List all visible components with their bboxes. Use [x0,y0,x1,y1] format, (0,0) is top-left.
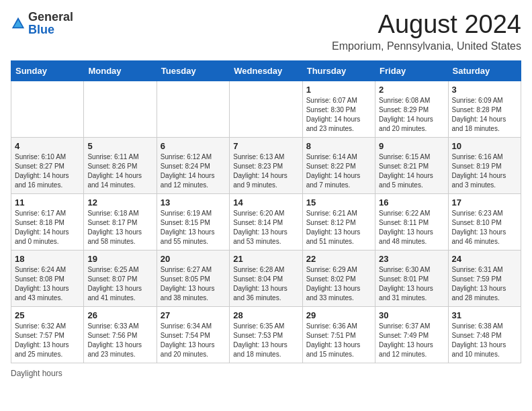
day-info: Sunrise: 6:34 AM Sunset: 7:54 PM Dayligh… [161,322,226,359]
calendar-cell: 15Sunrise: 6:21 AM Sunset: 8:12 PM Dayli… [302,193,375,250]
day-number: 29 [306,310,371,320]
day-info: Sunrise: 6:14 AM Sunset: 8:22 PM Dayligh… [306,152,371,190]
day-number: 10 [452,141,517,151]
day-number: 11 [15,197,80,208]
day-info: Sunrise: 6:37 AM Sunset: 7:49 PM Dayligh… [379,322,444,359]
calendar-header-sunday: Sunday [11,60,84,81]
day-info: Sunrise: 6:25 AM Sunset: 8:07 PM Dayligh… [87,265,152,303]
logo-text-general: General [28,10,73,24]
day-number: 15 [306,197,371,208]
calendar-cell: 21Sunrise: 6:28 AM Sunset: 8:04 PM Dayli… [230,250,302,306]
calendar-cell: 26Sunrise: 6:33 AM Sunset: 7:56 PM Dayli… [84,306,157,363]
day-info: Sunrise: 6:31 AM Sunset: 7:59 PM Dayligh… [452,265,517,303]
calendar-cell: 28Sunrise: 6:35 AM Sunset: 7:53 PM Dayli… [230,306,302,363]
title-area: August 2024 Emporium, Pennsylvania, Unit… [332,11,521,52]
calendar-cell: 27Sunrise: 6:34 AM Sunset: 7:54 PM Dayli… [157,306,229,363]
calendar-cell [157,81,229,137]
day-info: Sunrise: 6:13 AM Sunset: 8:23 PM Dayligh… [233,152,298,190]
day-info: Sunrise: 6:29 AM Sunset: 8:02 PM Dayligh… [306,265,371,303]
day-info: Sunrise: 6:21 AM Sunset: 8:12 PM Dayligh… [306,209,371,246]
calendar-cell: 2Sunrise: 6:08 AM Sunset: 8:29 PM Daylig… [375,81,448,137]
day-number: 25 [15,310,80,320]
day-info: Sunrise: 6:33 AM Sunset: 7:56 PM Dayligh… [87,322,152,359]
calendar-cell: 31Sunrise: 6:38 AM Sunset: 7:48 PM Dayli… [448,306,521,363]
day-info: Sunrise: 6:28 AM Sunset: 8:04 PM Dayligh… [233,265,298,303]
calendar-cell: 20Sunrise: 6:27 AM Sunset: 8:05 PM Dayli… [157,250,229,306]
day-number: 24 [452,254,517,264]
calendar-table: SundayMondayTuesdayWednesdayThursdayFrid… [11,60,521,363]
calendar-header-saturday: Saturday [448,60,521,81]
main-title: August 2024 [332,11,521,39]
subtitle: Emporium, Pennsylvania, United States [332,40,521,52]
calendar-cell [84,81,157,137]
day-number: 18 [15,254,80,264]
calendar-week-4: 18Sunrise: 6:24 AM Sunset: 8:08 PM Dayli… [11,250,521,306]
day-info: Sunrise: 6:36 AM Sunset: 7:51 PM Dayligh… [306,322,371,359]
calendar-cell: 29Sunrise: 6:36 AM Sunset: 7:51 PM Dayli… [302,306,375,363]
day-number: 4 [15,141,80,151]
logo-icon [11,16,26,31]
calendar-cell: 8Sunrise: 6:14 AM Sunset: 8:22 PM Daylig… [302,137,375,193]
day-info: Sunrise: 6:20 AM Sunset: 8:14 PM Dayligh… [233,209,298,246]
calendar-cell: 3Sunrise: 6:09 AM Sunset: 8:28 PM Daylig… [448,81,521,137]
calendar-cell: 16Sunrise: 6:22 AM Sunset: 8:11 PM Dayli… [375,193,448,250]
day-info: Sunrise: 6:30 AM Sunset: 8:01 PM Dayligh… [379,265,444,303]
calendar-week-5: 25Sunrise: 6:32 AM Sunset: 7:57 PM Dayli… [11,306,521,363]
day-number: 17 [452,197,517,208]
day-info: Sunrise: 6:24 AM Sunset: 8:08 PM Dayligh… [15,265,80,303]
day-info: Sunrise: 6:12 AM Sunset: 8:24 PM Dayligh… [161,152,226,190]
day-number: 3 [452,85,517,95]
calendar-week-2: 4Sunrise: 6:10 AM Sunset: 8:27 PM Daylig… [11,137,521,193]
calendar-cell: 11Sunrise: 6:17 AM Sunset: 8:18 PM Dayli… [11,193,84,250]
day-number: 12 [87,197,152,208]
day-info: Sunrise: 6:07 AM Sunset: 8:30 PM Dayligh… [306,96,371,134]
day-number: 6 [161,141,226,151]
day-number: 14 [233,197,298,208]
day-info: Sunrise: 6:19 AM Sunset: 8:15 PM Dayligh… [161,209,226,246]
calendar-cell [11,81,84,137]
calendar-cell: 19Sunrise: 6:25 AM Sunset: 8:07 PM Dayli… [84,250,157,306]
day-info: Sunrise: 6:08 AM Sunset: 8:29 PM Dayligh… [379,96,444,134]
calendar-cell [230,81,302,137]
day-info: Sunrise: 6:18 AM Sunset: 8:17 PM Dayligh… [87,209,152,246]
logo: General Blue [11,11,73,36]
calendar-cell: 25Sunrise: 6:32 AM Sunset: 7:57 PM Dayli… [11,306,84,363]
day-number: 1 [306,85,371,95]
day-number: 19 [87,254,152,264]
calendar-cell: 24Sunrise: 6:31 AM Sunset: 7:59 PM Dayli… [448,250,521,306]
day-info: Sunrise: 6:32 AM Sunset: 7:57 PM Dayligh… [15,322,80,359]
header: General Blue August 2024 Emporium, Penns… [11,11,521,52]
day-info: Sunrise: 6:23 AM Sunset: 8:10 PM Dayligh… [452,209,517,246]
logo-text-blue: Blue [28,23,54,36]
footer-note: Daylight hours [11,369,521,378]
calendar-cell: 5Sunrise: 6:11 AM Sunset: 8:26 PM Daylig… [84,137,157,193]
calendar-header-friday: Friday [375,60,448,81]
calendar-cell: 4Sunrise: 6:10 AM Sunset: 8:27 PM Daylig… [11,137,84,193]
calendar-header-monday: Monday [84,60,157,81]
day-info: Sunrise: 6:35 AM Sunset: 7:53 PM Dayligh… [233,322,298,359]
calendar-cell: 30Sunrise: 6:37 AM Sunset: 7:49 PM Dayli… [375,306,448,363]
day-info: Sunrise: 6:10 AM Sunset: 8:27 PM Dayligh… [15,152,80,190]
day-info: Sunrise: 6:17 AM Sunset: 8:18 PM Dayligh… [15,209,80,246]
day-info: Sunrise: 6:09 AM Sunset: 8:28 PM Dayligh… [452,96,517,134]
day-number: 27 [161,310,226,320]
day-number: 7 [233,141,298,151]
day-number: 31 [452,310,517,320]
day-number: 9 [379,141,444,151]
calendar-cell: 9Sunrise: 6:15 AM Sunset: 8:21 PM Daylig… [375,137,448,193]
day-info: Sunrise: 6:15 AM Sunset: 8:21 PM Dayligh… [379,152,444,190]
day-info: Sunrise: 6:22 AM Sunset: 8:11 PM Dayligh… [379,209,444,246]
calendar-cell: 18Sunrise: 6:24 AM Sunset: 8:08 PM Dayli… [11,250,84,306]
calendar-cell: 23Sunrise: 6:30 AM Sunset: 8:01 PM Dayli… [375,250,448,306]
calendar-header-thursday: Thursday [302,60,375,81]
day-number: 20 [161,254,226,264]
day-number: 22 [306,254,371,264]
day-number: 23 [379,254,444,264]
calendar-week-1: 1Sunrise: 6:07 AM Sunset: 8:30 PM Daylig… [11,81,521,137]
calendar-cell: 6Sunrise: 6:12 AM Sunset: 8:24 PM Daylig… [157,137,229,193]
day-number: 16 [379,197,444,208]
day-number: 13 [161,197,226,208]
day-number: 8 [306,141,371,151]
day-number: 2 [379,85,444,95]
calendar-cell: 7Sunrise: 6:13 AM Sunset: 8:23 PM Daylig… [230,137,302,193]
